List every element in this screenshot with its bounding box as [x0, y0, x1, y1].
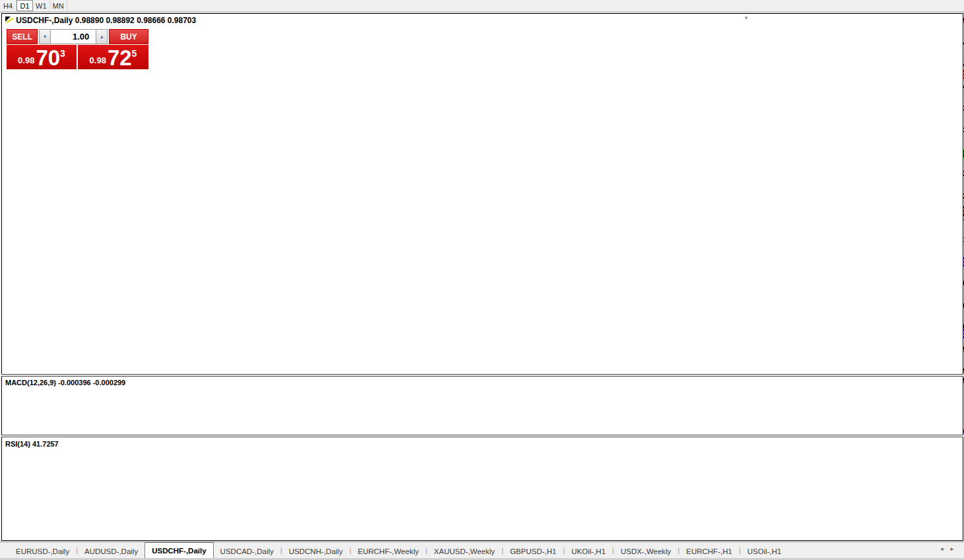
tab-usdcad-daily[interactable]: USDCAD-,Daily — [214, 544, 280, 558]
time-tick-label: 2 Sep 2019 — [444, 530, 490, 538]
sell-button[interactable]: SELL — [7, 29, 38, 44]
timeframe-button-mn[interactable]: MN — [50, 0, 67, 11]
time-tick-dash — [719, 526, 720, 528]
tab-gbpusd-h1[interactable]: GBPUSD-,H1 — [503, 544, 563, 558]
sell-price-big: 70 — [36, 48, 60, 68]
price-badge: 0.98000 — [942, 257, 964, 266]
pane-splitter-2[interactable] — [1, 435, 963, 437]
tab-eurchf-weekly[interactable]: EURCHF-,Weekly — [351, 544, 425, 558]
macd-axis-label: 0.00 — [946, 392, 959, 400]
price-tick-label: 0.98920 — [946, 192, 964, 200]
buy-price-pips: 5 — [132, 48, 137, 59]
arrow-marker-icon — [5, 16, 14, 24]
macd-values: -0.000396 -0.000299 — [58, 379, 125, 387]
tab-scroll-right-icon[interactable]: ► — [949, 546, 960, 552]
price-tick-dash — [942, 239, 945, 240]
price-tick-dash — [942, 20, 945, 21]
tab-audusd-daily[interactable]: AUDUSD-,Daily — [78, 544, 145, 558]
tab-usdchf-daily[interactable]: USDCHF-,Daily — [145, 542, 213, 558]
price-badge: 0.97005 — [942, 329, 964, 338]
price-tick-label: 0.99225 — [946, 170, 964, 177]
price-tick-dash — [942, 349, 945, 350]
volume-stepper: ▼ ▲ — [39, 29, 108, 44]
macd-title: MACD(12,26,9) — [5, 379, 56, 387]
time-tick-dash — [430, 526, 430, 528]
price-tick-dash — [942, 130, 945, 131]
time-tick-dash — [7, 526, 8, 528]
timeframe-toolbar: H4D1W1MN — [0, 0, 964, 12]
rsi-axis-label-dash — [942, 522, 945, 522]
volume-decrease-button[interactable]: ▼ — [39, 29, 51, 44]
price-tick-label: 0.98315 — [946, 235, 964, 243]
tab-eurusd-daily[interactable]: EURUSD-,Daily — [9, 544, 76, 558]
buy-quote-box[interactable]: 0.98 72 5 — [78, 45, 148, 69]
timeframe-button-d1[interactable]: D1 — [16, 0, 33, 11]
pane-splitter-1[interactable] — [1, 374, 963, 377]
macd-indicator-canvas[interactable] — [2, 377, 942, 435]
sell-price-pips: 3 — [60, 48, 65, 59]
price-scale[interactable]: 1.013501.010451.007401.004401.001350.998… — [942, 14, 963, 526]
chart-ohlc-values: 0.98890 0.98892 0.98666 0.98703 — [75, 16, 197, 25]
price-badge: 0.98703 — [942, 206, 964, 216]
volume-increase-button[interactable]: ▲ — [96, 29, 108, 44]
time-tick-label: 11 Sep 2019 — [488, 530, 534, 538]
sell-quote-box[interactable]: 0.98 70 3 — [7, 45, 77, 69]
time-tick-dash — [133, 526, 134, 528]
time-tick-dash — [89, 526, 90, 528]
chart-tab-bar: EURUSD-,Daily|AUDUSD-,DailyUSDCHF-,Daily… — [0, 542, 964, 558]
rsi-axis-label: 30 — [946, 501, 953, 509]
time-tick-dash — [511, 526, 512, 528]
price-badge: 1.00602 — [942, 70, 964, 79]
time-tick-dash — [304, 526, 304, 528]
price-tick-label: 0.97400 — [946, 301, 964, 309]
chart-collapse-icon[interactable]: ▼ — [744, 15, 749, 21]
volume-input[interactable] — [51, 29, 96, 44]
rsi-axis-label-dash — [942, 505, 945, 505]
buy-button[interactable]: BUY — [109, 29, 148, 44]
time-tick-label: 10 Jun 2019 — [66, 530, 112, 538]
time-tick-dash — [341, 526, 342, 528]
time-tick-label: 28 Oct 2019 — [696, 530, 742, 538]
price-tick-dash — [942, 371, 945, 371]
buy-price-big: 72 — [108, 48, 132, 68]
price-tick-dash — [942, 65, 945, 65]
time-tick-dash — [682, 526, 682, 528]
price-tick-dash — [942, 43, 945, 44]
time-tick-label: 14 Aug 2019 — [362, 530, 408, 538]
macd-label: MACD(12,26,9) -0.000396 -0.000299 — [5, 379, 125, 387]
chart-header: USDCHF-,Daily 0.98890 0.98892 0.98666 0.… — [5, 16, 196, 25]
time-tick-label: 9 Oct 2019 — [614, 530, 660, 538]
price-tick-label: 0.99830 — [946, 126, 964, 134]
tab-usoil-h1[interactable]: USOil-,H1 — [740, 544, 788, 558]
time-tick-dash — [467, 526, 468, 528]
time-tick-dash — [385, 526, 386, 528]
tab-scroll-left-icon[interactable]: ◄ — [939, 546, 949, 552]
time-tick-dash — [593, 526, 594, 528]
price-tick-label: 0.96795 — [946, 345, 964, 353]
price-tick-label: 1.00135 — [946, 104, 964, 112]
price-tick-dash — [942, 86, 945, 87]
tab-eurchf-h1[interactable]: EURCHF-,H1 — [680, 544, 739, 558]
macd-axis-label-dash — [942, 396, 945, 397]
time-tick-dash — [637, 526, 638, 528]
tab-usdx-weekly[interactable]: USDX-,Weekly — [614, 544, 678, 558]
timeframe-button-w1[interactable]: W1 — [33, 0, 50, 11]
macd-axis-label-dash — [942, 381, 945, 381]
time-axis[interactable]: 22 May 201931 May 201910 Jun 201919 Jun … — [1, 526, 963, 541]
tab-scroll-arrows[interactable]: ◄► — [939, 546, 960, 552]
timeframe-button-h4[interactable]: H4 — [0, 0, 16, 11]
time-tick-dash — [556, 526, 556, 528]
price-tick-dash — [942, 108, 945, 109]
price-tick-label: 1.00440 — [946, 82, 964, 90]
window-top-strip — [0, 12, 964, 13]
tab-ukoil-h1[interactable]: UKOil-,H1 — [565, 544, 612, 558]
tab-usdcnh-daily[interactable]: USDCNH-,Daily — [282, 544, 350, 558]
tab-xauusd-weekly[interactable]: XAUUSD-,Weekly — [428, 544, 501, 558]
mt4-terminal: H4D1W1MN USDCHF-,Daily 0.98890 0.98892 0… — [0, 0, 964, 560]
price-tick-label: 1.01350 — [946, 16, 964, 24]
rsi-value: 41.7257 — [32, 440, 59, 448]
rsi-indicator-canvas[interactable] — [2, 437, 942, 526]
price-tick-dash — [942, 327, 945, 327]
macd-axis-label: 0.003574 — [946, 377, 964, 385]
one-click-trading-panel: SELL ▼ ▲ BUY 0.98 70 3 0.98 72 5 — [7, 29, 148, 69]
